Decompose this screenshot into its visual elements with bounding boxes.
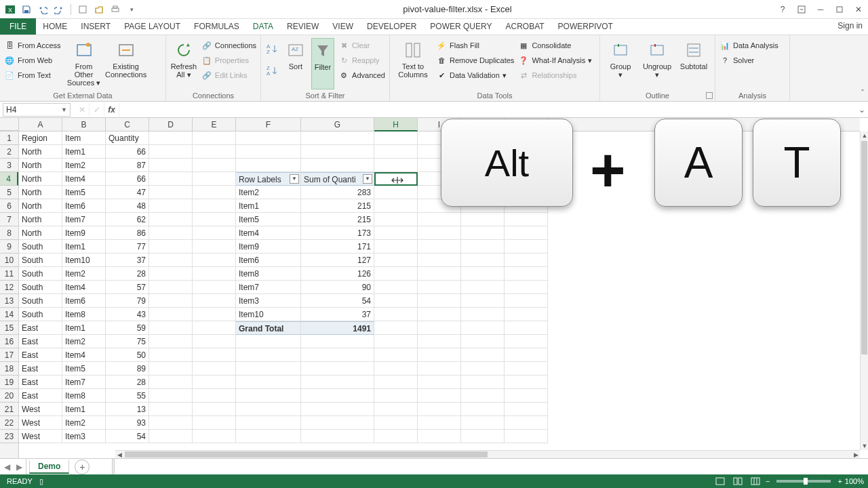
cell-F9[interactable]: Item9 — [236, 240, 301, 253]
cell-H13[interactable] — [374, 294, 418, 308]
cell-G7[interactable]: 215 — [301, 213, 374, 226]
cell-E21[interactable] — [193, 403, 236, 416]
cell-E19[interactable] — [193, 375, 236, 389]
cell-E18[interactable] — [193, 362, 236, 375]
cell-N8[interactable] — [505, 226, 548, 240]
cell-C23[interactable]: 54 — [106, 430, 149, 443]
col-header-A[interactable]: A — [19, 118, 62, 131]
cell-M16[interactable] — [461, 335, 505, 348]
cell-M9[interactable] — [461, 240, 505, 253]
cell-I12[interactable] — [418, 281, 461, 294]
cell-A23[interactable]: West — [19, 430, 62, 443]
cell-D21[interactable] — [149, 403, 193, 416]
insert-function-icon[interactable]: fx — [104, 103, 119, 117]
maximize-icon[interactable] — [830, 2, 849, 17]
sheet-nav-prev-icon[interactable]: ◀ — [1, 462, 12, 472]
cell-D18[interactable] — [149, 362, 193, 375]
cell-D7[interactable] — [149, 213, 193, 226]
cell-H11[interactable] — [374, 267, 418, 281]
cell-H12[interactable] — [374, 281, 418, 294]
enter-formula-icon[interactable]: ✓ — [90, 103, 104, 117]
sheet-nav-next-icon[interactable]: ▶ — [14, 462, 24, 472]
row-header-3[interactable]: 3 — [0, 159, 18, 172]
cell-G22[interactable] — [301, 416, 374, 430]
cell-N9[interactable] — [505, 240, 548, 253]
cell-D9[interactable] — [149, 240, 193, 253]
cell-C5[interactable]: 47 — [106, 186, 149, 199]
cell-E23[interactable] — [193, 430, 236, 443]
cancel-formula-icon[interactable]: ✕ — [75, 103, 90, 117]
new-sheet-button[interactable]: + — [75, 460, 90, 474]
cell-I22[interactable] — [418, 416, 461, 430]
row-header-8[interactable]: 8 — [0, 226, 18, 240]
cell-H5[interactable] — [374, 186, 418, 199]
cell-M19[interactable] — [461, 375, 505, 389]
cell-E3[interactable] — [193, 159, 236, 172]
cell-M7[interactable] — [461, 213, 505, 226]
cell-F20[interactable] — [236, 389, 301, 403]
clear-filter-button[interactable]: ✖Clear — [338, 38, 385, 53]
cell-F23[interactable] — [236, 430, 301, 443]
cell-E7[interactable] — [193, 213, 236, 226]
cell-F4[interactable]: Row Labels▼ — [236, 172, 301, 186]
cell-C6[interactable]: 48 — [106, 199, 149, 213]
cell-B11[interactable]: Item2 — [62, 267, 106, 281]
cell-D22[interactable] — [149, 416, 193, 430]
cell-D6[interactable] — [149, 199, 193, 213]
col-header-B[interactable]: B — [62, 118, 106, 131]
row-header-17[interactable]: 17 — [0, 348, 18, 362]
namebox-dropdown-icon[interactable]: ▼ — [61, 106, 67, 113]
row-header-23[interactable]: 23 — [0, 430, 18, 443]
cell-F14[interactable]: Item10 — [236, 308, 301, 321]
scroll-down-icon[interactable]: ▼ — [861, 442, 868, 450]
scroll-up-icon[interactable]: ▲ — [861, 131, 868, 140]
cell-D1[interactable] — [149, 131, 193, 145]
cell-F22[interactable] — [236, 416, 301, 430]
close-icon[interactable]: ✕ — [849, 2, 868, 17]
cell-B20[interactable]: Item8 — [62, 389, 106, 403]
zoom-out-icon[interactable]: − — [766, 477, 770, 485]
cell-E12[interactable] — [193, 281, 236, 294]
cell-I9[interactable] — [418, 240, 461, 253]
select-all-corner[interactable] — [0, 118, 19, 131]
cell-H3[interactable] — [374, 159, 418, 172]
row-header-5[interactable]: 5 — [0, 186, 18, 199]
cell-D10[interactable] — [149, 253, 193, 267]
cell-B17[interactable]: Item4 — [62, 348, 106, 362]
cell-E16[interactable] — [193, 335, 236, 348]
tab-acrobat[interactable]: ACROBAT — [498, 18, 551, 35]
col-header-E[interactable]: E — [193, 118, 236, 131]
cell-B1[interactable]: Item — [62, 131, 106, 145]
normal-view-icon[interactable] — [713, 476, 728, 487]
page-break-view-icon[interactable] — [748, 476, 763, 487]
what-if-button[interactable]: ❓What-If Analysis ▾ — [518, 53, 592, 68]
cell-G12[interactable]: 90 — [301, 281, 374, 294]
col-header-H[interactable]: H — [374, 118, 418, 131]
cell-A22[interactable]: West — [19, 416, 62, 430]
from-text-button[interactable]: 📄From Text — [4, 68, 61, 83]
outline-dialog-launcher[interactable] — [706, 92, 713, 99]
sort-button[interactable]: AZ Sort — [284, 38, 307, 89]
cell-G1[interactable] — [301, 131, 374, 145]
data-validation-button[interactable]: ✔Data Validation ▾ — [436, 68, 514, 83]
relationships-button[interactable]: ⇄Relationships — [518, 68, 592, 83]
cell-I13[interactable] — [418, 294, 461, 308]
cell-A2[interactable]: North — [19, 145, 62, 159]
cell-G21[interactable] — [301, 403, 374, 416]
ribbon-options-icon[interactable] — [792, 2, 811, 17]
cell-B23[interactable]: Item3 — [62, 430, 106, 443]
cell-C19[interactable]: 28 — [106, 375, 149, 389]
cell-C9[interactable]: 77 — [106, 240, 149, 253]
row-header-12[interactable]: 12 — [0, 281, 18, 294]
cell-H4[interactable] — [374, 172, 418, 186]
cell-A5[interactable]: North — [19, 186, 62, 199]
scroll-left-icon[interactable]: ◀ — [115, 451, 123, 458]
row-header-6[interactable]: 6 — [0, 199, 18, 213]
advanced-filter-button[interactable]: ⚙Advanced — [338, 68, 385, 83]
cell-B15[interactable]: Item1 — [62, 321, 106, 335]
sheet-tab-demo[interactable]: Demo — [29, 460, 69, 474]
cell-G16[interactable] — [301, 335, 374, 348]
row-header-22[interactable]: 22 — [0, 416, 18, 430]
from-access-button[interactable]: 🗄From Access — [4, 38, 61, 53]
cell-H20[interactable] — [374, 389, 418, 403]
